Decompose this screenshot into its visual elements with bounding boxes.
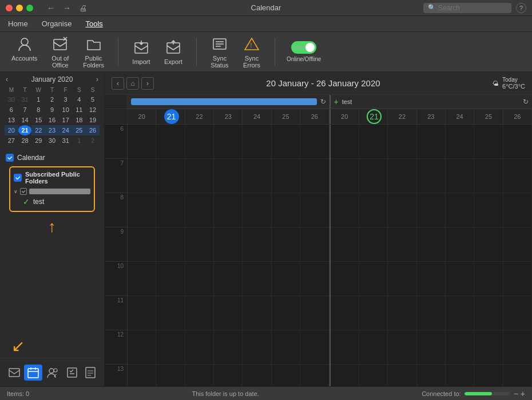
cell-s2-26-13[interactable] [503,365,531,386]
mini-cal-prev-button[interactable]: ‹ [5,75,9,83]
subscribed-folder-item[interactable]: ∨ [14,187,90,196]
cell-20-9[interactable] [128,227,156,262]
cell-s2-21-7[interactable] [359,159,387,193]
day-col-24[interactable] [243,125,271,386]
cell-21-8[interactable] [156,193,184,227]
cal-day[interactable]: 8 [31,105,45,115]
cell-26-8[interactable] [300,193,328,227]
cell-24-6[interactable] [243,125,271,159]
cal-day-today[interactable]: 21 [18,125,32,135]
cell-20-6[interactable] [128,125,156,159]
cal-next-button[interactable]: › [141,77,154,90]
cell-s2-21-8[interactable] [359,193,387,227]
cell-s2-24-6[interactable] [446,125,474,159]
cell-24-13[interactable] [243,365,271,386]
import-button[interactable]: Import [130,36,153,67]
cell-s2-26-12[interactable] [503,330,531,365]
cal-day[interactable]: 30 [45,135,59,146]
undo-button[interactable]: ← [45,3,57,13]
cell-25-11[interactable] [272,296,300,330]
public-folders-button[interactable]: PublicFolders [81,33,106,71]
cell-24-12[interactable] [243,330,271,365]
sidebar-people-button[interactable] [43,365,62,380]
day-col-s2-20[interactable] [331,125,359,386]
subscribed-checkbox[interactable] [14,174,22,182]
cell-s2-22-11[interactable] [388,296,416,330]
online-toggle-switch[interactable]: Online [291,41,316,54]
day-header-24[interactable]: 24 [243,109,271,124]
close-button[interactable] [6,5,13,11]
cell-s2-20-10[interactable] [331,262,359,296]
cal-day[interactable]: 1 [73,135,86,146]
sync-status-button[interactable]: SyncStatus [208,33,231,71]
cell-21-11[interactable] [156,296,184,330]
cal-day[interactable]: 18 [73,115,86,125]
search-bar[interactable]: 🔍 [423,3,511,13]
cal-day[interactable]: 30 [5,94,18,105]
cell-s2-20-7[interactable] [331,159,359,193]
cell-26-11[interactable] [300,296,328,330]
cell-s2-24-10[interactable] [446,262,474,296]
cell-24-8[interactable] [243,193,271,227]
cell-23-13[interactable] [214,365,242,386]
cell-21-12[interactable] [156,330,184,365]
cell-22-6[interactable] [185,125,213,159]
cal-day[interactable]: 19 [86,115,100,125]
cal-day[interactable]: 26 [86,125,100,135]
day-col-s2-21[interactable] [359,125,388,386]
cell-s2-21-6[interactable] [359,125,387,159]
cell-s2-20-6[interactable] [331,125,359,159]
cell-s2-21-10[interactable] [359,262,387,296]
day-col-s2-25[interactable] [474,125,503,386]
day-col-s2-23[interactable] [417,125,446,386]
cell-23-12[interactable] [214,330,242,365]
cell-s2-20-11[interactable] [331,296,359,330]
cell-25-9[interactable] [272,227,300,262]
cell-s2-21-9[interactable] [359,227,387,262]
cell-s2-26-9[interactable] [503,227,531,262]
cell-s2-26-8[interactable] [503,193,531,227]
cell-s2-23-8[interactable] [417,193,445,227]
day-header-s2-24[interactable]: 24 [446,109,474,124]
cell-s2-25-9[interactable] [474,227,502,262]
redo-button[interactable]: → [61,3,73,13]
cell-s2-25-11[interactable] [474,296,502,330]
cell-21-6[interactable] [156,125,184,159]
day-header-22[interactable]: 22 [185,109,214,124]
cal-day[interactable]: 31 [59,135,73,146]
section-test-plus-icon[interactable]: + [334,97,339,106]
day-col-s2-26[interactable] [503,125,532,386]
print-button[interactable]: 🖨 [77,3,89,13]
day-header-s2-20[interactable]: 20 [331,109,359,124]
cal-day[interactable]: 22 [31,125,45,135]
day-header-20[interactable]: 20 [128,109,156,124]
cell-26-10[interactable] [300,262,328,296]
cell-s2-26-6[interactable] [503,125,531,159]
folder-checkbox[interactable] [20,188,27,195]
mini-cal-next-button[interactable]: › [95,75,100,83]
cal-prev-button[interactable]: ‹ [112,77,124,90]
sync-errors-button[interactable]: ! SyncErrors [240,33,263,71]
day-col-s2-24[interactable] [446,125,474,386]
export-button[interactable]: Export [162,36,185,67]
sidebar-tasks-button[interactable] [63,365,81,381]
day-col-s2-22[interactable] [388,125,416,386]
cell-s2-25-13[interactable] [474,365,502,386]
calendar-item-main[interactable]: Calendar [5,151,100,164]
out-of-office-button[interactable]: Out ofOffice [49,33,72,71]
cell-s2-22-8[interactable] [388,193,416,227]
cell-s2-22-6[interactable] [388,125,416,159]
cal-day[interactable]: 13 [5,115,18,125]
cal-day[interactable]: 17 [59,115,73,125]
section-test-refresh-icon[interactable]: ↻ [523,98,529,106]
cal-day[interactable]: 16 [45,115,59,125]
cal-day[interactable]: 12 [86,105,100,115]
cell-24-9[interactable] [243,227,271,262]
cell-s2-25-8[interactable] [474,193,502,227]
cell-s2-22-9[interactable] [388,227,416,262]
day-col-23[interactable] [214,125,243,386]
cell-s2-26-11[interactable] [503,296,531,330]
cell-s2-21-13[interactable] [359,365,387,386]
cell-s2-22-12[interactable] [388,330,416,365]
cell-24-11[interactable] [243,296,271,330]
